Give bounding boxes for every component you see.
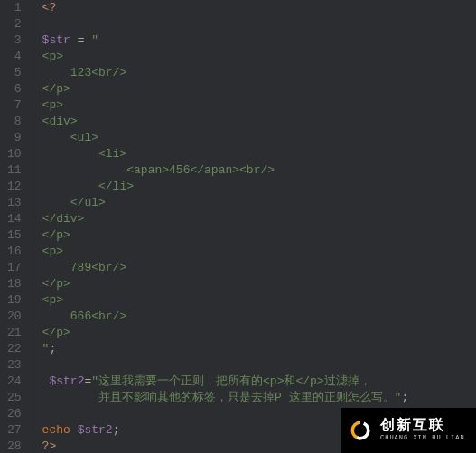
code-line[interactable]: 123<br/> xyxy=(42,65,476,81)
line-number: 15 xyxy=(7,227,22,244)
code-line[interactable]: $str = " xyxy=(42,32,476,49)
line-number-gutter: 1234567891011121314151617181920212223242… xyxy=(0,0,33,453)
code-line[interactable]: <p> xyxy=(42,244,476,260)
line-number: 22 xyxy=(7,341,22,357)
code-line[interactable]: <apan>456</apan><br/> xyxy=(42,162,476,179)
code-line[interactable]: <div> xyxy=(42,114,476,130)
code-line[interactable]: 666<br/> xyxy=(42,309,476,325)
line-number: 18 xyxy=(7,276,22,292)
code-line[interactable]: <li> xyxy=(42,146,476,162)
code-line[interactable]: $str2="这里我需要一个正则，把所有的<p>和</p>过滤掉， xyxy=(42,374,476,390)
line-number: 20 xyxy=(7,309,22,325)
code-line[interactable]: </p> xyxy=(42,325,476,341)
watermark-en: CHUANG XIN HU LIAN xyxy=(380,435,465,442)
watermark-icon xyxy=(348,418,373,443)
line-number: 24 xyxy=(7,374,22,390)
line-number: 4 xyxy=(7,49,22,65)
watermark-text: 创新互联 CHUANG XIN HU LIAN xyxy=(380,419,465,441)
code-line[interactable]: </p> xyxy=(42,276,476,292)
line-number: 11 xyxy=(7,162,22,179)
line-number: 14 xyxy=(7,211,22,227)
line-number: 17 xyxy=(7,260,22,276)
code-line[interactable] xyxy=(42,16,476,32)
line-number: 6 xyxy=(7,81,22,97)
code-line[interactable]: <p> xyxy=(42,292,476,309)
line-number: 26 xyxy=(7,406,22,422)
line-number: 8 xyxy=(7,114,22,130)
line-number: 13 xyxy=(7,195,22,211)
line-number: 23 xyxy=(7,357,22,374)
code-line[interactable]: 并且不影响其他的标签，只是去掉P 这里的正则怎么写。"; xyxy=(42,390,476,406)
line-number: 28 xyxy=(7,439,22,453)
line-number: 25 xyxy=(7,390,22,406)
line-number: 21 xyxy=(7,325,22,341)
code-editor: 1234567891011121314151617181920212223242… xyxy=(0,0,476,453)
line-number: 10 xyxy=(7,146,22,162)
watermark-logo: 创新互联 CHUANG XIN HU LIAN xyxy=(341,408,476,453)
code-line[interactable]: <p> xyxy=(42,97,476,114)
line-number: 5 xyxy=(7,65,22,81)
code-line[interactable]: </p> xyxy=(42,81,476,97)
code-area[interactable]: <?$str = "<p> 123<br/></p><p><div> <ul> … xyxy=(33,0,476,453)
code-line[interactable]: "; xyxy=(42,341,476,357)
code-line[interactable]: <? xyxy=(42,0,476,16)
code-line[interactable]: </li> xyxy=(42,179,476,195)
watermark-cn: 创新互联 xyxy=(380,419,465,435)
line-number: 12 xyxy=(7,179,22,195)
line-number: 19 xyxy=(7,292,22,309)
line-number: 1 xyxy=(7,0,22,16)
code-line[interactable]: <p> xyxy=(42,49,476,65)
line-number: 7 xyxy=(7,97,22,114)
line-number: 9 xyxy=(7,130,22,146)
code-line[interactable]: 789<br/> xyxy=(42,260,476,276)
code-line[interactable]: </p> xyxy=(42,227,476,244)
code-line[interactable]: </ul> xyxy=(42,195,476,211)
line-number: 16 xyxy=(7,244,22,260)
code-line[interactable] xyxy=(42,357,476,374)
line-number: 2 xyxy=(7,16,22,32)
code-line[interactable]: </div> xyxy=(42,211,476,227)
code-line[interactable]: <ul> xyxy=(42,130,476,146)
line-number: 3 xyxy=(7,32,22,49)
line-number: 27 xyxy=(7,422,22,439)
